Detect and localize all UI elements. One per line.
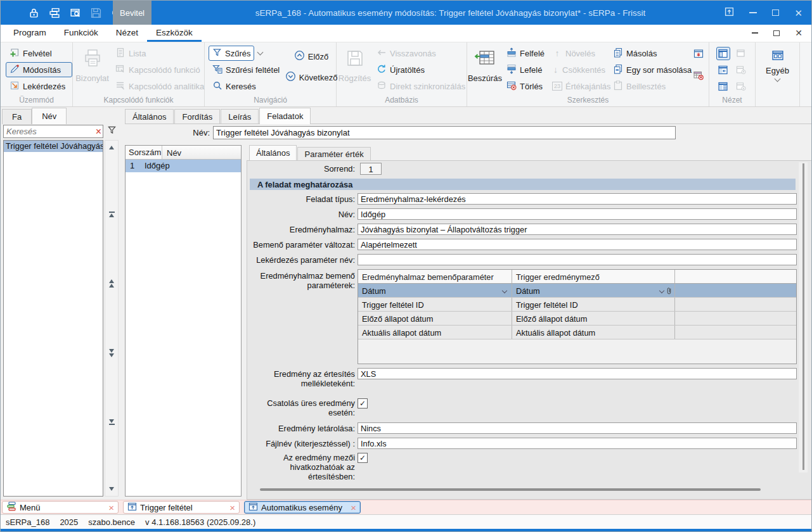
noveles-button[interactable]: ↑ Növelés [548, 46, 609, 61]
close-tab-icon[interactable]: × [108, 503, 114, 512]
ertesites-input[interactable] [358, 368, 797, 379]
csokkentes-button[interactable]: ↓ Csökkentés [548, 62, 609, 77]
beillesztes-button[interactable]: Beillesztés [609, 79, 689, 94]
torles-button[interactable]: Törlés [503, 79, 548, 94]
direkt-szinkronizalas-button[interactable]: Direkt szinkronizálás [373, 79, 467, 94]
column-header-eredmenymezo[interactable]: Trigger eredménymező [512, 270, 675, 283]
csatolas-checkbox[interactable]: ✓ [358, 398, 368, 408]
tree-list[interactable]: Trigger feltétel Jóváhagyás bizonylat [3, 140, 103, 497]
cascade-menu-icon[interactable] [49, 8, 60, 18]
kovetkezo-button[interactable]: Következő [281, 70, 342, 85]
list-item[interactable]: Trigger feltétel Jóváhagyás bizonylat [4, 141, 103, 152]
lock-icon[interactable] [29, 8, 39, 18]
kapcsolodo-funkcio-button[interactable]: Kapcsolódó funkció [112, 62, 204, 77]
doc-tab-menu[interactable]: Menü × [2, 501, 119, 514]
tab-altalanos[interactable]: Általános [125, 109, 174, 124]
hivatkozas-checkbox[interactable]: ✓ [358, 453, 368, 463]
view-collapse-panel-icon[interactable] [716, 63, 730, 77]
vertical-scrollbar-thumb[interactable] [802, 163, 804, 470]
dropdown-chevron-icon[interactable] [659, 288, 664, 293]
felfele-button[interactable]: Felfelé [503, 46, 548, 61]
column-header-nev[interactable]: Név [162, 146, 241, 159]
search-input[interactable] [3, 125, 103, 138]
menu-funkciok[interactable]: Funkciók [55, 25, 107, 42]
beszuras-button[interactable]: Beszúrás [467, 42, 503, 97]
view-export-up-disabled-icon[interactable] [734, 63, 748, 77]
mode-tab-bevitel[interactable]: Bevitel [113, 1, 151, 25]
mdi-maximize-button[interactable] [773, 30, 780, 36]
scroll-up-button[interactable] [109, 146, 114, 149]
dropdown-chevron-icon[interactable] [502, 288, 507, 293]
paperclip-icon[interactable] [666, 286, 672, 297]
view-left-panel-icon[interactable] [716, 47, 730, 60]
tab-feladatok[interactable]: Feladatok [259, 108, 311, 124]
scroll-top-button[interactable] [109, 212, 115, 217]
lekerdezes-parameter-input[interactable] [358, 254, 797, 265]
close-tab-icon[interactable]: × [351, 503, 356, 512]
name-input[interactable] [213, 126, 676, 139]
vertical-scrollbar[interactable] [799, 162, 808, 472]
egy-sor-masolasa-button[interactable]: Egy sor másolása [609, 62, 689, 77]
new-window-asterisk-icon[interactable] [693, 49, 704, 61]
felvetel-button[interactable]: Felvétel [6, 46, 72, 61]
doc-tab-trigger-feltetel[interactable]: Trigger feltétel × [123, 501, 240, 514]
mdi-minimize-button[interactable] [752, 32, 758, 34]
lefele-button[interactable]: Lefelé [503, 62, 548, 77]
scroll-down-button[interactable] [109, 487, 114, 491]
clear-search-icon[interactable]: × [96, 125, 101, 137]
task-grid[interactable]: Sorszám Név 1 Időgép [125, 145, 242, 497]
tab-parameter-ertek[interactable]: Paraméter érték [297, 147, 370, 160]
column-header-sorszam[interactable]: Sorszám [126, 146, 162, 159]
visszavonas-button[interactable]: Visszavonás [373, 46, 467, 61]
menu-program[interactable]: Program [4, 25, 55, 42]
mdi-close-button[interactable]: ✕ [795, 28, 802, 37]
kapcsolodo-analitika-button[interactable]: Kapcsolódó analitika [112, 79, 204, 94]
window-search-icon[interactable] [70, 8, 81, 18]
rogzites-button[interactable]: Rögzítés [337, 42, 373, 97]
fajlnev-input[interactable] [358, 438, 797, 449]
menu-eszkozok[interactable]: Eszközök [147, 25, 202, 42]
sorrend-value[interactable]: 1 [360, 163, 382, 175]
kereses-button[interactable]: Keresés [209, 79, 287, 94]
parameter-table[interactable]: Eredményhalmaz bemenőparaméter Trigger e… [358, 269, 797, 364]
modositas-button[interactable]: Módosítás [6, 62, 72, 77]
jump-up-button[interactable] [109, 279, 114, 288]
tab-detail-altalanos[interactable]: Általános [249, 145, 297, 160]
eredmenyhalmaz-input[interactable] [358, 224, 797, 235]
view-window-disabled-icon[interactable] [734, 47, 748, 60]
egyeb-button[interactable]: Egyéb [756, 42, 799, 97]
maximize-button[interactable] [772, 10, 779, 16]
szuresi-feltetel-button[interactable]: Szűrési feltétel [209, 62, 287, 77]
parameter-row[interactable]: Trigger feltétel ID Trigger feltétel ID [358, 298, 796, 312]
tab-leiras[interactable]: Leírás [221, 109, 259, 124]
bemeno-parameter-input[interactable] [358, 239, 797, 250]
elozo-button[interactable]: Előző [290, 49, 333, 64]
ertekajanlas-button[interactable]: 23 Értékajánlás [548, 79, 609, 94]
task-row[interactable]: 1 Időgép [126, 160, 241, 172]
parameter-row-selected[interactable]: Dátum Dátum [358, 284, 796, 298]
parameter-row[interactable]: Előző állapot dátum Előző állapot dátum [358, 312, 796, 326]
letarolas-input[interactable] [358, 422, 797, 434]
bizonylat-button[interactable]: Bizonylat [73, 42, 112, 97]
doc-tab-automatikus-esemeny[interactable]: Automatikus esemény × [244, 501, 361, 514]
lista-button[interactable]: Lista [112, 46, 204, 61]
column-header-bemenoparameter[interactable]: Eredményhalmaz bemenőparaméter [358, 270, 512, 283]
save-icon[interactable] [91, 8, 101, 18]
scroll-bottom-button[interactable] [109, 419, 115, 425]
close-button[interactable]: ✕ [794, 8, 802, 18]
tab-fa[interactable]: Fa [2, 109, 32, 124]
jump-down-button[interactable] [109, 349, 114, 357]
tab-forditas[interactable]: Fordítás [174, 109, 220, 124]
nev-field-input[interactable] [358, 208, 797, 220]
ujratoltes-button[interactable]: Újratöltés [373, 62, 467, 77]
view-export-down-disabled-icon[interactable] [734, 80, 748, 93]
tree-filter-button[interactable] [105, 125, 119, 138]
view-list-panel-icon[interactable] [716, 80, 730, 93]
feladat-tipus-input[interactable] [358, 193, 797, 205]
column-header-empty[interactable] [675, 270, 796, 283]
masolas-button[interactable]: Másolás [609, 46, 689, 61]
delete-table-icon[interactable] [693, 70, 704, 83]
popout-window-icon[interactable] [725, 7, 734, 19]
horizontal-scrollbar[interactable] [260, 488, 761, 491]
szures-button[interactable]: Szűrés [209, 46, 254, 61]
